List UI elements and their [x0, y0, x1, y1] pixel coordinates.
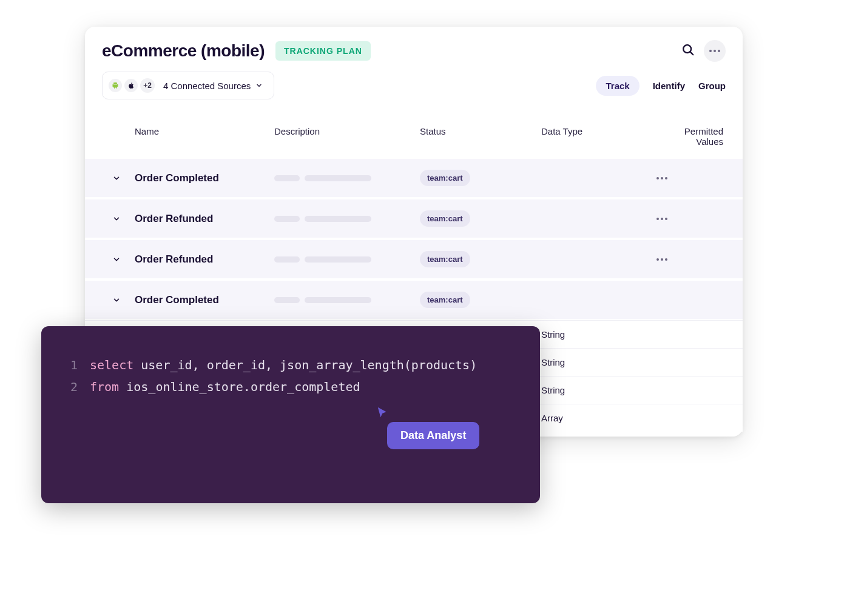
cursor-pointer-icon — [376, 406, 390, 422]
data-type-value: Array — [541, 413, 656, 423]
sql-keyword: from — [90, 380, 119, 394]
col-description: Description — [274, 126, 420, 147]
data-type-value: String — [541, 329, 656, 340]
status-chip: team:cart — [420, 251, 470, 267]
sources-label: 4 Connected Sources — [163, 81, 263, 91]
extra-sources-count: +2 — [140, 78, 155, 93]
expand-toggle[interactable] — [98, 296, 135, 304]
expand-toggle[interactable] — [98, 174, 135, 182]
page-title: eCommerce (mobile) — [102, 41, 265, 61]
description-placeholder — [274, 297, 420, 303]
view-tabs: Track Identify Group — [596, 76, 726, 96]
line-number: 2 — [66, 376, 90, 398]
tab-track[interactable]: Track — [596, 76, 639, 96]
chevron-down-icon — [112, 296, 121, 304]
description-placeholder — [274, 256, 420, 263]
search-button[interactable] — [677, 40, 699, 62]
row-name: Order Completed — [135, 294, 274, 306]
sql-text: ios_online_store.order_completed — [119, 380, 360, 394]
search-icon — [681, 43, 695, 59]
data-type-value: String — [541, 357, 656, 367]
tab-group[interactable]: Group — [698, 81, 726, 91]
chevron-down-icon — [255, 82, 263, 89]
expand-toggle[interactable] — [98, 255, 135, 264]
expand-toggle[interactable] — [98, 215, 135, 223]
description-placeholder — [274, 216, 420, 222]
chevron-down-icon — [112, 174, 121, 182]
status-chip: team:cart — [420, 292, 470, 308]
svg-point-0 — [683, 45, 691, 53]
data-type-value: String — [541, 385, 656, 395]
tab-identify[interactable]: Identify — [653, 81, 685, 91]
table-row[interactable]: Order Refunded team:cart — [85, 198, 743, 239]
toolbar: +2 4 Connected Sources Track Identify Gr… — [85, 68, 743, 113]
user-role-badge: Data Analyst — [387, 422, 479, 449]
col-permitted-values: Permitted Values — [656, 126, 729, 147]
row-more-button[interactable] — [656, 258, 729, 261]
tracking-plan-badge: TRACKING PLAN — [275, 41, 371, 61]
col-name: Name — [135, 126, 274, 147]
row-more-button[interactable] — [656, 177, 729, 179]
sql-editor-panel: 1 select user_id, order_id, json_array_l… — [41, 326, 540, 503]
android-icon — [109, 79, 122, 92]
code-line: 1 select user_id, order_id, json_array_l… — [66, 354, 516, 376]
col-data-type: Data Type — [541, 126, 656, 147]
svg-line-1 — [690, 52, 693, 55]
sql-keyword: select — [90, 358, 133, 372]
chevron-down-icon — [112, 215, 121, 223]
row-name: Order Completed — [135, 172, 274, 184]
row-name: Order Refunded — [135, 253, 274, 266]
line-number: 1 — [66, 354, 90, 376]
table-row[interactable]: Order Completed team:cart — [85, 280, 743, 320]
sql-text: user_id, order_id, json_array_length(pro… — [133, 358, 477, 372]
row-name: Order Refunded — [135, 213, 274, 225]
more-icon — [656, 177, 723, 179]
table-header: Name Description Status Data Type Permit… — [85, 113, 743, 158]
apple-icon — [124, 79, 138, 92]
col-status: Status — [420, 126, 541, 147]
row-more-button[interactable] — [656, 218, 729, 220]
more-icon — [709, 50, 720, 52]
card-header: eCommerce (mobile) TRACKING PLAN — [85, 27, 743, 68]
platform-icons: +2 — [109, 78, 155, 93]
connected-sources-button[interactable]: +2 4 Connected Sources — [102, 72, 274, 99]
more-icon — [656, 218, 723, 220]
chevron-down-icon — [112, 255, 121, 264]
status-chip: team:cart — [420, 210, 470, 227]
more-icon — [656, 258, 723, 261]
table-row[interactable]: Order Completed team:cart — [85, 158, 743, 198]
code-line: 2 from ios_online_store.order_completed — [66, 376, 516, 398]
table-row[interactable]: Order Refunded team:cart — [85, 239, 743, 280]
description-placeholder — [274, 175, 420, 181]
header-more-button[interactable] — [704, 40, 726, 62]
status-chip: team:cart — [420, 170, 470, 186]
